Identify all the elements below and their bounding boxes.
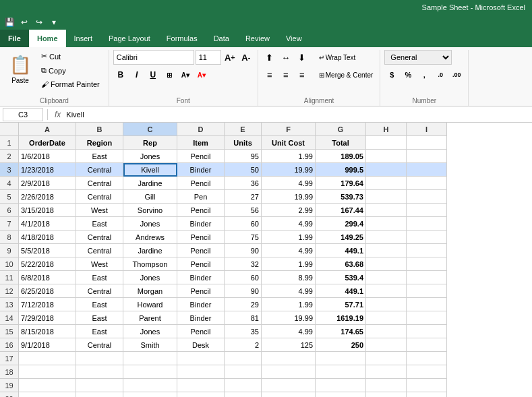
font-color-button[interactable]: A▾	[194, 67, 209, 82]
paste-button[interactable]: 📋 Paste	[5, 50, 35, 89]
formula-input[interactable]	[66, 108, 529, 121]
cell-h13[interactable]	[366, 298, 407, 311]
cell-c2[interactable]: Jones	[123, 150, 177, 163]
row-header-19[interactable]: 19	[0, 379, 19, 392]
cell-i18[interactable]	[407, 365, 447, 379]
cell-a9[interactable]: 5/5/2018	[19, 244, 76, 257]
cell-a10[interactable]: 5/22/2018	[19, 257, 76, 271]
italic-button[interactable]: I	[129, 67, 144, 82]
wrap-text-button[interactable]: ↵ Wrap Text	[316, 53, 359, 63]
cell-c17[interactable]	[123, 352, 177, 365]
cell-a14[interactable]: 7/29/2018	[19, 311, 76, 325]
cell-c7[interactable]: Jones	[123, 217, 177, 231]
cell-c8[interactable]: Andrews	[123, 231, 177, 244]
row-header-6[interactable]: 6	[0, 204, 19, 217]
cell-d12[interactable]: Pencil	[177, 284, 225, 298]
cell-a19[interactable]	[19, 379, 76, 392]
row-header-18[interactable]: 18	[0, 365, 19, 379]
cell-h6[interactable]	[366, 204, 407, 217]
cell-e17[interactable]	[225, 352, 262, 365]
cell-f15[interactable]: 4.99	[262, 325, 316, 338]
cell-d8[interactable]: Pencil	[177, 231, 225, 244]
cell-b14[interactable]: East	[76, 311, 123, 325]
cell-g10[interactable]: 63.68	[316, 257, 366, 271]
save-qat-button[interactable]: 💾	[3, 16, 16, 28]
cell-g6[interactable]: 167.44	[316, 204, 366, 217]
cell-e11[interactable]: 60	[225, 271, 262, 284]
cell-g17[interactable]	[316, 352, 366, 365]
cell-a12[interactable]: 6/25/2018	[19, 284, 76, 298]
cell-e15[interactable]: 35	[225, 325, 262, 338]
cell-h10[interactable]	[366, 257, 407, 271]
cell-g1[interactable]: Total	[316, 136, 366, 150]
cell-i11[interactable]	[407, 271, 447, 284]
cell-e6[interactable]: 56	[225, 204, 262, 217]
row-header-2[interactable]: 2	[0, 150, 19, 163]
row-header-11[interactable]: 11	[0, 271, 19, 284]
cell-i13[interactable]	[407, 298, 447, 311]
border-button[interactable]: ⊞	[162, 67, 177, 82]
cell-i9[interactable]	[407, 244, 447, 257]
cell-d19[interactable]	[177, 379, 225, 392]
cell-g19[interactable]	[316, 379, 366, 392]
cell-f7[interactable]: 4.99	[262, 217, 316, 231]
cell-c13[interactable]: Howard	[123, 298, 177, 311]
fill-color-button[interactable]: A▾	[178, 67, 193, 82]
cell-b1[interactable]: Region	[76, 136, 123, 150]
row-header-4[interactable]: 4	[0, 177, 19, 190]
cell-i7[interactable]	[407, 217, 447, 231]
col-header-a[interactable]: A	[19, 123, 76, 136]
format-painter-button[interactable]: 🖌 Format Painter	[38, 78, 103, 90]
cell-i8[interactable]	[407, 231, 447, 244]
cell-f8[interactable]: 1.99	[262, 231, 316, 244]
cell-f12[interactable]: 4.99	[262, 284, 316, 298]
cell-i20[interactable]	[407, 392, 447, 397]
tab-insert[interactable]: Insert	[66, 30, 101, 47]
cell-g15[interactable]: 174.65	[316, 325, 366, 338]
cell-b13[interactable]: East	[76, 298, 123, 311]
cell-a7[interactable]: 4/1/2018	[19, 217, 76, 231]
cell-e2[interactable]: 95	[225, 150, 262, 163]
cell-d11[interactable]: Binder	[177, 271, 225, 284]
percent-button[interactable]: %	[401, 67, 415, 82]
align-center-button[interactable]: ≡	[278, 67, 293, 82]
cell-c19[interactable]	[123, 379, 177, 392]
cell-g20[interactable]	[316, 392, 366, 397]
cell-a2[interactable]: 1/6/2018	[19, 150, 76, 163]
cell-d1[interactable]: Item	[177, 136, 225, 150]
cell-g13[interactable]: 57.71	[316, 298, 366, 311]
cell-i12[interactable]	[407, 284, 447, 298]
cell-e19[interactable]	[225, 379, 262, 392]
cell-c18[interactable]	[123, 365, 177, 379]
row-header-16[interactable]: 16	[0, 338, 19, 352]
row-header-1[interactable]: 1	[0, 136, 19, 150]
cell-g2[interactable]: 189.05	[316, 150, 366, 163]
cell-f2[interactable]: 1.99	[262, 150, 316, 163]
comma-button[interactable]: ,	[417, 67, 432, 82]
cell-f4[interactable]: 4.99	[262, 177, 316, 190]
cell-g18[interactable]	[316, 365, 366, 379]
cell-i14[interactable]	[407, 311, 447, 325]
cell-f6[interactable]: 2.99	[262, 204, 316, 217]
cell-d15[interactable]: Pencil	[177, 325, 225, 338]
cell-a8[interactable]: 4/18/2018	[19, 231, 76, 244]
align-right-button[interactable]: ≡	[295, 67, 309, 82]
cell-e8[interactable]: 75	[225, 231, 262, 244]
cell-a5[interactable]: 2/26/2018	[19, 190, 76, 204]
cell-h2[interactable]	[366, 150, 407, 163]
cell-i19[interactable]	[407, 379, 447, 392]
row-header-13[interactable]: 13	[0, 298, 19, 311]
cell-a1[interactable]: OrderDate	[19, 136, 76, 150]
cell-g8[interactable]: 149.25	[316, 231, 366, 244]
cell-g5[interactable]: 539.73	[316, 190, 366, 204]
row-header-3[interactable]: 3	[0, 163, 19, 177]
cell-g4[interactable]: 179.64	[316, 177, 366, 190]
cell-b20[interactable]	[76, 392, 123, 397]
row-header-9[interactable]: 9	[0, 244, 19, 257]
col-header-d[interactable]: D	[177, 123, 225, 136]
cell-f16[interactable]: 125	[262, 338, 316, 352]
increase-font-button[interactable]: A+	[223, 50, 237, 65]
col-header-h[interactable]: H	[366, 123, 407, 136]
cell-e1[interactable]: Units	[225, 136, 262, 150]
cell-e5[interactable]: 27	[225, 190, 262, 204]
